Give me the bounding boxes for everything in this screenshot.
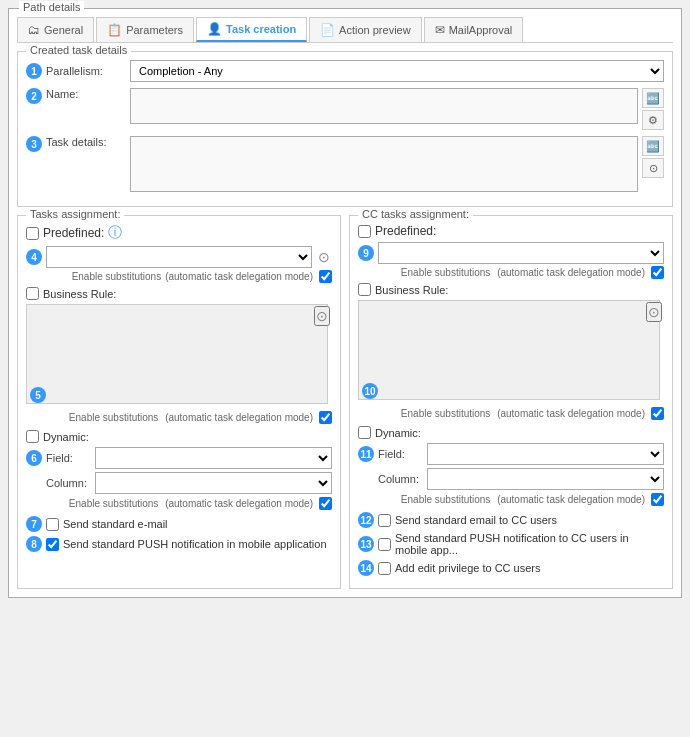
column-label-left: Column: xyxy=(46,477,91,489)
predefined-label-left: Predefined: xyxy=(43,226,104,240)
parameters-icon: 📋 xyxy=(107,23,122,37)
business-rule-more-left[interactable]: ⊙ xyxy=(314,306,330,326)
tab-task-creation-label: Task creation xyxy=(226,23,296,35)
tab-general-label: General xyxy=(44,24,83,36)
number-13: 13 xyxy=(358,536,374,552)
name-textarea[interactable] xyxy=(130,88,638,124)
tab-parameters[interactable]: 📋 Parameters xyxy=(96,17,194,42)
created-task-label: Created task details xyxy=(26,44,131,56)
auto-mode-label-dyn-right: (automatic task delegation mode) xyxy=(497,494,645,505)
task-details-btn-1[interactable]: 🔤 xyxy=(642,136,664,156)
task-details-textarea[interactable] xyxy=(130,136,638,192)
column-select-left[interactable] xyxy=(95,472,332,494)
path-details-panel: Path details 🗂 General 📋 Parameters 👤 Ta… xyxy=(8,8,682,598)
substitution-row-pred-right: Enable substitutions (automatic task del… xyxy=(358,266,664,279)
business-rule-label-right: Business Rule: xyxy=(375,284,448,296)
tab-action-preview-label: Action preview xyxy=(339,24,411,36)
substitution-check-dyn-left[interactable] xyxy=(319,497,332,510)
send-email-label-right: Send standard email to CC users xyxy=(395,514,557,526)
tab-bar: 🗂 General 📋 Parameters 👤 Task creation 📄… xyxy=(17,17,673,43)
field-select-left[interactable] xyxy=(95,447,332,469)
business-rule-more-right[interactable]: ⊙ xyxy=(646,302,662,322)
info-icon-left[interactable]: ⓘ xyxy=(108,224,122,242)
task-details-btn-2[interactable]: ⊙ xyxy=(642,158,664,178)
substitution-check-pred-left[interactable] xyxy=(319,270,332,283)
tasks-assignment-label: Tasks assignment: xyxy=(26,208,124,220)
send-email-check-right[interactable] xyxy=(378,514,391,527)
predefined-select-row-left: 4 ⊙ xyxy=(26,246,332,268)
auto-mode-label-pred-left: (automatic task delegation mode) xyxy=(165,271,313,282)
send-email-label-left: Send standard e-mail xyxy=(63,518,168,530)
send-push-label-right: Send standard PUSH notification to CC us… xyxy=(395,532,664,556)
number-9: 9 xyxy=(358,245,374,261)
auto-mode-label-biz-right: (automatic task delegation mode) xyxy=(497,408,645,419)
substitution-check-dyn-right[interactable] xyxy=(651,493,664,506)
predefined-checkbox-right[interactable] xyxy=(358,225,371,238)
predefined-row-right: Predefined: xyxy=(358,224,664,238)
number-7: 7 xyxy=(26,516,42,532)
send-email-check-left[interactable] xyxy=(46,518,59,531)
auto-mode-label-dyn-left: (automatic task delegation mode) xyxy=(165,498,313,509)
predefined-checkbox-left[interactable] xyxy=(26,227,39,240)
substitution-check-pred-right[interactable] xyxy=(651,266,664,279)
send-push-check-right[interactable] xyxy=(378,538,391,551)
action-preview-icon: 📄 xyxy=(320,23,335,37)
column-row-right: Column: xyxy=(358,468,664,490)
auto-mode-label-pred-right: (automatic task delegation mode) xyxy=(497,267,645,278)
tab-mail-approval[interactable]: ✉ MailApproval xyxy=(424,17,524,42)
dynamic-row-right: Dynamic: 11 Field: Column: Enable substi… xyxy=(358,426,664,506)
name-btn-2[interactable]: ⚙ xyxy=(642,110,664,130)
dynamic-label-left: Dynamic: xyxy=(43,431,89,443)
substitution-row-dyn-right: Enable substitutions (automatic task del… xyxy=(358,493,664,506)
substitution-check-biz-right[interactable] xyxy=(651,407,664,420)
add-edit-label-right: Add edit privilege to CC users xyxy=(395,562,541,574)
column-select-right[interactable] xyxy=(427,468,664,490)
add-edit-check-right[interactable] xyxy=(378,562,391,575)
tab-task-creation[interactable]: 👤 Task creation xyxy=(196,17,307,42)
business-rule-checkbox-left[interactable] xyxy=(26,287,39,300)
name-row: 2 Name: 🔤 ⚙ xyxy=(26,88,664,130)
dynamic-check-row-right: Dynamic: xyxy=(358,426,664,439)
add-edit-row-right: 14 Add edit privilege to CC users xyxy=(358,560,664,576)
predefined-select-row-right: 9 xyxy=(358,242,664,264)
enable-sub-label-biz-left: Enable substitutions xyxy=(69,412,159,423)
number-11a: 11 xyxy=(358,446,374,462)
enable-sub-label-dyn-right: Enable substitutions xyxy=(401,494,491,505)
substitution-check-biz-left[interactable] xyxy=(319,411,332,424)
dynamic-row-left: Dynamic: 6 Field: Column: Enable substit… xyxy=(26,430,332,510)
predefined-row-left: Predefined: ⓘ xyxy=(26,224,332,242)
enable-sub-label-pred-right: Enable substitutions xyxy=(401,267,491,278)
name-side-buttons: 🔤 ⚙ xyxy=(642,88,664,130)
predefined-select-right[interactable] xyxy=(378,242,664,264)
number-10: 10 xyxy=(362,383,378,399)
auto-mode-label-biz-left: (automatic task delegation mode) xyxy=(165,412,313,423)
substitution-row-biz-left: Enable substitutions (automatic task del… xyxy=(26,411,332,424)
name-btn-1[interactable]: 🔤 xyxy=(642,88,664,108)
send-push-check-left[interactable] xyxy=(46,538,59,551)
enable-sub-label-biz-right: Enable substitutions xyxy=(401,408,491,419)
number-14: 14 xyxy=(358,560,374,576)
dynamic-checkbox-left[interactable] xyxy=(26,430,39,443)
bottom-checks-left: 7 Send standard e-mail 8 Send standard P… xyxy=(26,516,332,552)
tab-general[interactable]: 🗂 General xyxy=(17,17,94,42)
predefined-more-left[interactable]: ⊙ xyxy=(316,249,332,265)
business-rule-checkbox-right[interactable] xyxy=(358,283,371,296)
parallelism-row: 1 Parallelism: Completion - Any Completi… xyxy=(26,60,664,82)
predefined-select-left[interactable] xyxy=(46,246,312,268)
parallelism-select[interactable]: Completion - Any Completion - All Sequen… xyxy=(130,60,664,82)
business-rule-check-row-left: Business Rule: xyxy=(26,287,332,300)
business-rule-textarea-section-left: ⊙ 5 xyxy=(26,304,332,407)
business-rule-textarea-right[interactable] xyxy=(358,300,660,400)
number-4: 4 xyxy=(26,249,42,265)
tab-action-preview[interactable]: 📄 Action preview xyxy=(309,17,422,42)
assignment-columns: Tasks assignment: Predefined: ⓘ 4 ⊙ Enab… xyxy=(17,215,673,589)
predefined-label-right: Predefined: xyxy=(375,224,436,238)
field-label-right: Field: xyxy=(378,448,423,460)
column-row-left: Column: xyxy=(26,472,332,494)
business-rule-textarea-left[interactable] xyxy=(26,304,328,404)
number-3: 3 xyxy=(26,136,42,152)
substitution-row-biz-right: Enable substitutions (automatic task del… xyxy=(358,407,664,420)
dynamic-checkbox-right[interactable] xyxy=(358,426,371,439)
task-details-row: 3 Task details: 🔤 ⊙ xyxy=(26,136,664,192)
field-select-right[interactable] xyxy=(427,443,664,465)
